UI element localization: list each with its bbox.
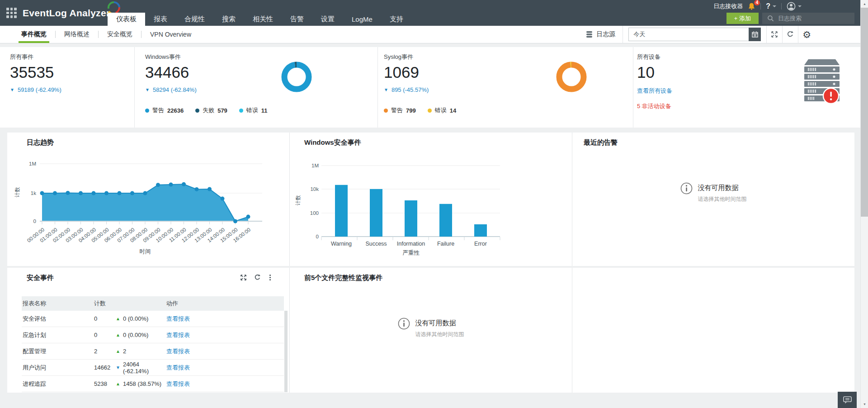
scroll-down-arrow[interactable]: ▼ (861, 400, 868, 408)
subtab-事件概览[interactable]: 事件概览 (19, 26, 49, 43)
svg-text:0: 0 (316, 234, 319, 239)
vertical-scrollbar[interactable]: ▲ ▼ (860, 0, 868, 408)
svg-text:1M: 1M (29, 161, 36, 166)
tab-报表[interactable]: 报表 (145, 13, 176, 26)
stat-change: ▼ 58294 (-62.84%) (145, 86, 377, 93)
table-header: 报表名称 计数 动作 (22, 296, 284, 311)
log-search-box[interactable]: 日志搜索 (762, 13, 854, 24)
table-row: 安全评估0▲0 (0.00%)查看报表 (22, 311, 284, 327)
stat-change: ▼ 895 (-45.57%) (384, 86, 633, 93)
stat-windows-events: Windows事件 34466 ▼ 58294 (-62.84%) 警告2263… (134, 47, 377, 128)
stat-value: 35535 (10, 63, 134, 81)
tab-相关性[interactable]: 相关性 (244, 13, 282, 26)
svg-text:1k: 1k (31, 190, 36, 196)
view-report-link[interactable]: 查看报表 (166, 380, 190, 387)
syslog-severity-legend: 警告799错误14 (384, 106, 456, 114)
chat-bubble-icon (843, 396, 852, 404)
tab-LogMe[interactable]: LogMe (343, 13, 381, 26)
tab-设置[interactable]: 设置 (312, 13, 343, 26)
report-change: ▲0 (0.00%) (116, 315, 166, 322)
separator (623, 26, 623, 43)
view-all-devices-link[interactable]: 查看所有设备 (637, 87, 672, 95)
subtab-VPN Overview[interactable]: VPN Overview (147, 26, 194, 43)
table-scrollbar[interactable] (284, 311, 288, 392)
separator (141, 31, 142, 38)
windows-severity-donut (281, 62, 312, 92)
refresh-panel-icon[interactable] (254, 274, 261, 281)
app-launcher-icon[interactable] (6, 8, 17, 18)
legend-item: 警告799 (384, 106, 416, 114)
fim-events-panel: 前5个文件完整性监视事件 没有可用数据 请选择其他时间范围 (289, 268, 572, 393)
notification-badge: 4 (754, 0, 760, 5)
tab-告警[interactable]: 告警 (282, 13, 312, 26)
refresh-icon[interactable] (783, 26, 798, 43)
bottom-band: 安全事件 报表名称 (7, 268, 854, 393)
log-source-selector[interactable]: 日志源 (579, 30, 623, 38)
report-name: 用户访问 (22, 364, 94, 372)
separator (781, 3, 782, 9)
database-icon (586, 31, 593, 38)
view-report-link[interactable]: 查看报表 (166, 332, 190, 338)
eventlog-analyzer-dashboard: EventLog Analyzer 仪表板报表合规性搜索相关性告警设置LogMe… (0, 0, 868, 408)
tab-合规性[interactable]: 合规性 (176, 13, 213, 26)
view-report-link[interactable]: 查看报表 (166, 364, 190, 371)
topnav-utility-row: 日志接收器 4 ? (713, 0, 802, 13)
separator (760, 3, 761, 9)
trend-down-icon: ▼ (10, 88, 14, 92)
report-change: ▲2 (116, 348, 166, 355)
legend-dot-icon (384, 109, 388, 113)
subtab-安全概览[interactable]: 安全概览 (104, 26, 135, 43)
stat-label: Windows事件 (145, 53, 377, 61)
svg-text:Error: Error (474, 241, 487, 247)
expand-panel-icon[interactable] (240, 274, 247, 281)
scroll-up-arrow[interactable]: ▲ (861, 0, 868, 8)
tab-仪表板[interactable]: 仪表板 (108, 13, 145, 26)
more-options-kebab-icon[interactable] (268, 275, 272, 280)
dashboard-settings-gear-icon[interactable]: ⚙ (798, 26, 815, 43)
calendar-button[interactable] (749, 28, 761, 41)
report-count: 14662 (94, 364, 116, 371)
panel-title: 最近的告警 (584, 138, 618, 147)
help-menu[interactable]: ? (766, 2, 776, 10)
subtab-网络概述[interactable]: 网络概述 (61, 26, 92, 43)
stat-value: 1069 (384, 63, 633, 81)
stat-value: 34466 (145, 63, 377, 81)
svg-text:Failure: Failure (437, 241, 454, 247)
log-receiver-link[interactable]: 日志接收器 (713, 2, 743, 10)
scrollbar-thumb[interactable] (861, 8, 868, 217)
trend-down-icon: ▼ (384, 88, 388, 92)
svg-text:0: 0 (33, 218, 36, 224)
separator (98, 31, 99, 38)
avatar-icon (787, 2, 796, 11)
windows-security-bar-chart: 010010k1M计数WarningSuccessInformationFail… (290, 133, 572, 266)
legend-dot-icon (428, 109, 432, 113)
recent-alerts-panel: 最近的告警 没有可用数据 请选择其他时间范围 (572, 133, 854, 266)
stat-all-devices: 所有设备 10 查看所有设备 5 非活动设备 (633, 47, 860, 128)
chevron-down-icon (798, 5, 802, 7)
trend-down-icon: ▼ (145, 88, 150, 92)
date-range-value: 今天 (629, 30, 749, 38)
expand-dashboard-icon[interactable] (767, 26, 782, 43)
date-range-picker[interactable]: 今天 (628, 28, 761, 41)
svg-text:计数: 计数 (14, 187, 20, 198)
legend-dot-icon (239, 109, 243, 113)
view-report-link[interactable]: 查看报表 (166, 348, 190, 355)
report-count: 2 (94, 348, 116, 355)
panel-actions (240, 274, 272, 281)
no-data-message: 没有可用数据 请选择其他时间范围 (290, 318, 572, 338)
tab-支持[interactable]: 支持 (381, 13, 412, 26)
view-report-link[interactable]: 查看报表 (166, 315, 190, 322)
user-menu[interactable] (787, 2, 802, 11)
add-button[interactable]: + 添加 (726, 13, 759, 24)
tab-搜索[interactable]: 搜索 (213, 13, 244, 26)
search-icon (767, 15, 774, 22)
log-trend-area-chart: 01k1M计数00:00:0001:00:0002:00:0003:00:000… (7, 133, 289, 266)
log-trend-panel: 日志趋势 01k1M计数00:00:0001:00:0002:00:0003:0… (7, 133, 289, 266)
dashboard-subtabs: 事件概览网络概述安全概览VPN Overview (13, 26, 200, 43)
no-data-message: 没有可用数据 请选择其他时间范围 (572, 182, 854, 203)
notification-bell-icon[interactable]: 4 (748, 2, 755, 10)
chat-feedback-button[interactable] (838, 392, 857, 408)
windows-security-panel: Windows安全事件 010010k1M计数WarningSuccessInf… (289, 133, 572, 266)
svg-text:Success: Success (365, 241, 387, 247)
report-change: ▲1458 (38.57%) (116, 380, 166, 387)
